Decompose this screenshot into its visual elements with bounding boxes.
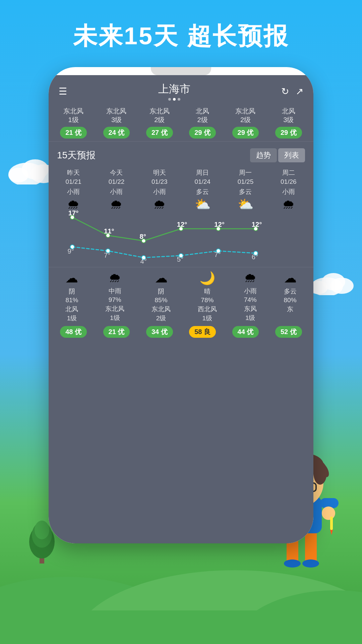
day-weather-2: 小雨 [153,187,166,197]
aqi-badge-5: 29 优 [275,127,302,139]
svg-point-6 [330,278,354,294]
night-info-3: 晴78%西北风1级 [198,287,217,323]
svg-point-18 [284,559,301,568]
bot-col-2: ☁ 阴85%东北风2级 [152,271,171,323]
wind-4: 东北风2级 [235,107,255,124]
aqi-badge-0: 21 优 [60,127,87,139]
day-label-4: 周一01/25 [238,168,254,186]
night-icon-2: ☁ [155,271,168,285]
night-info-1: 中雨97%东北风1级 [105,287,124,322]
bot-col-3: 🌙 晴78%西北风1级 [198,271,217,323]
day-col-0: 昨天01/21 小雨 🌧 [65,168,81,211]
night-icon-1: 🌧 [109,271,121,285]
phone-frame: ☰ 上海市 ↻ ↗ 东北风1级 21 优 东北风3级 2 [49,67,313,543]
day-col-1: 今天01/22 小雨 🌧 [109,168,125,211]
aqi-badge-2: 27 优 [146,127,173,139]
page-title: 未来15天 超长预报 [0,20,362,52]
aqi-bottom-4: 44 优 [232,326,259,338]
aqi-badge-4: 29 优 [232,127,259,139]
weather-icon-0: 🌧 [67,198,80,211]
air-quality-strip: 东北风1级 21 优 东北风3级 24 优 东北风2级 27 优 北风2级 29… [49,104,313,142]
day-weather-4: 多云 [239,187,252,197]
bottom-aqi-row: 48 优 21 优 34 优 58 良 44 优 52 优 [49,323,313,344]
aqi-bottom-1: 21 优 [103,326,130,338]
temperature-chart: 17° 11° 8° 12° 12° 12° 9° 7° 4° 5° 7° 6° [52,211,310,264]
wind-0: 东北风1级 [63,107,83,124]
day-col-4: 周一01/25 多云 ⛅ [238,168,254,211]
phone-notch [151,67,211,75]
svg-point-15 [35,521,49,539]
night-icon-4: 🌧 [244,271,257,285]
aqi-bottom-3: 58 良 [189,326,216,338]
svg-rect-11 [0,610,362,644]
air-col-4: 东北风2级 29 优 [232,107,259,139]
aqi-bottom-5: 52 优 [275,326,302,338]
tab-list[interactable]: 列表 [278,148,305,162]
day-label-5: 周二01/26 [281,168,297,186]
tab-trend[interactable]: 趋势 [250,148,277,162]
night-info-0: 阴81%北风1级 [65,287,78,323]
svg-point-3 [8,168,28,182]
svg-point-19 [302,559,319,568]
bottom-weather-row: ☁ 阴81%北风1级 🌧 中雨97%东北风1级 ☁ 阴85%东北风2级 🌙 晴7… [49,267,313,323]
aqi-badge-3: 29 优 [189,127,216,139]
refresh-icon[interactable]: ↻ [281,86,289,97]
day-weather-1: 小雨 [110,187,123,197]
day-weather-0: 小雨 [67,187,80,197]
svg-rect-17 [305,530,317,564]
air-col-0: 东北风1级 21 优 [60,107,87,139]
bot-col-4: 🌧 小雨74%东风1级 [244,271,257,323]
air-col-5: 北风3级 29 优 [275,107,302,139]
wind-2: 东北风2级 [149,107,170,124]
svg-text:7°: 7° [214,251,221,258]
forecast-header: 15天预报 趋势 列表 [49,142,313,166]
air-col-3: 北风2级 29 优 [189,107,216,139]
bot-col-5: ☁ 多云80%东 [284,271,297,323]
day-col-5: 周二01/26 小雨 🌧 [281,168,297,211]
city-name[interactable]: 上海市 [158,82,190,97]
day-label-0: 昨天01/21 [65,168,81,186]
cloud-right [308,268,355,295]
svg-text:4°: 4° [140,258,146,264]
top-nav: ☰ 上海市 ↻ ↗ [49,75,313,104]
day-col-2: 明天01/23 小雨 🌧 [152,168,168,211]
wind-1: 东北风3级 [106,107,126,124]
svg-text:7°: 7° [104,252,110,259]
daily-labels-row: 昨天01/21 小雨 🌧 今天01/22 小雨 🌧 明天01/23 小雨 🌧 周… [49,166,313,211]
day-col-3: 周日01/24 多云 ⛅ [194,168,210,211]
svg-text:5°: 5° [177,256,183,263]
day-weather-3: 多云 [196,187,209,197]
day-label-2: 明天01/23 [152,168,168,186]
svg-text:8°: 8° [139,233,146,240]
bot-col-0: ☁ 阴81%北风1级 [65,271,78,323]
day-label-1: 今天01/22 [109,168,125,186]
night-info-5: 多云80%东 [284,287,297,314]
weather-icon-1: 🌧 [110,198,123,211]
air-col-2: 东北风2级 27 优 [146,107,173,139]
night-info-2: 阴85%东北风2级 [152,287,171,323]
svg-text:12°: 12° [252,221,262,228]
day-label-3: 周日01/24 [194,168,210,186]
svg-rect-24 [330,517,333,530]
svg-text:17°: 17° [68,211,79,217]
wind-3: 北风2级 [196,107,209,124]
svg-marker-25 [330,530,333,535]
weather-icon-3: ⛅ [195,198,210,211]
aqi-bottom-0: 48 优 [60,326,87,338]
night-info-4: 小雨74%东风1级 [244,287,257,322]
share-icon[interactable]: ↗ [296,86,303,97]
svg-text:12°: 12° [214,221,225,228]
dot-1[interactable] [168,98,171,101]
dot-3[interactable] [178,98,180,101]
day-weather-5: 小雨 [282,187,295,197]
svg-text:11°: 11° [104,227,114,235]
svg-text:12°: 12° [177,221,187,228]
bot-col-1: 🌧 中雨97%东北风1级 [105,271,124,323]
aqi-badge-1: 24 优 [103,127,130,139]
dot-2[interactable] [173,98,176,101]
phone-screen: ☰ 上海市 ↻ ↗ 东北风1级 21 优 东北风3级 2 [49,75,313,543]
menu-icon[interactable]: ☰ [59,86,67,97]
svg-text:9°: 9° [68,248,74,255]
weather-icon-4: ⛅ [238,198,253,211]
night-icon-3: 🌙 [199,271,215,285]
